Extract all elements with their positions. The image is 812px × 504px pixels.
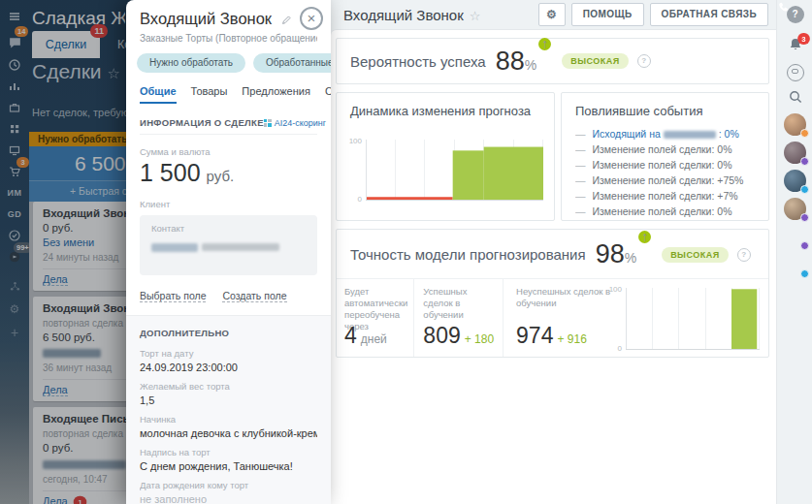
model-stat: Будет автоматически переобучена через 4д… [337,278,413,357]
briefcase-icon[interactable] [0,97,29,118]
settings-gear-icon[interactable]: ⚙ [0,299,29,320]
ai-scoring-link[interactable]: AI24-скоринг [264,118,326,128]
deal-title: Входящий Звонок [140,10,317,28]
tab-deals[interactable]: Сделки 11 [32,31,100,58]
page-title: Сделки☆ [32,60,120,83]
extra-section-heading: ДОПОЛНИТЕЛЬНО [140,328,317,338]
model-stat-value: 4 [344,323,357,348]
deal-card-activities-link[interactable]: Дела [43,384,68,396]
event-row: —Изменение полей сделки: +7% [575,188,757,204]
dash-icon: — [575,143,586,155]
search-button[interactable] [777,89,812,105]
info-section-heading: ИНФОРМАЦИЯ О СДЕЛКЕ [140,117,264,128]
apps-grid-icon[interactable] [0,118,29,140]
openlines-chat-icon[interactable]: 14 [0,31,29,52]
deal-info-section: ИНФОРМАЦИЯ О СДЕЛКЕ AI24-скоринг Сумма и… [126,104,331,301]
custom-field-label: Желаемый вес торта [140,381,317,392]
deal-card-activities-link[interactable]: Дела [43,273,68,286]
contact-label: Контакт [151,223,306,234]
model-stat-value: 809 [423,323,460,348]
help-button[interactable]: ПОМОЩЬ [571,3,644,26]
events-title: Повлиявшие события [562,93,768,118]
deal-tab[interactable]: Товары [191,85,228,104]
stage-pill[interactable]: Нужно обработать [137,53,245,73]
status-dot [800,241,809,250]
stage-pill[interactable]: Обработанные [253,53,331,73]
tasks-clock-icon[interactable] [0,54,29,76]
shop-cart-icon[interactable]: 3 [0,161,29,182]
settings-gear-button[interactable]: ⚙ [538,3,566,26]
add-plus-icon[interactable]: + [0,322,29,343]
redacted-client-name [43,460,126,469]
favorite-star-icon[interactable]: ☆ [108,65,120,81]
avatar[interactable] [784,142,806,164]
event-text[interactable]: Исходящий на: 0% [593,128,739,140]
avatar[interactable] [784,170,806,192]
help-icon[interactable]: ? [637,54,651,68]
crm-chart-icon[interactable] [0,76,29,97]
dash-icon: — [575,205,586,217]
custom-field-label: Надпись на торт [140,447,317,457]
dash-icon: — [575,174,586,186]
deal-tab[interactable]: Общие [140,85,177,104]
avatar[interactable] [784,254,806,276]
event-text[interactable]: Изменение полей сделки: 0% [593,143,732,155]
create-field-link[interactable]: Создать поле [222,290,286,302]
model-stat-label: Будет автоматически переобучена через [344,286,407,323]
feedback-button[interactable]: ОБРАТНАЯ СВЯЗЬ [650,3,768,26]
redacted-contact-phone [202,243,279,251]
ai-scoring-view: Входящий Звонок☆ ⚙ ПОМОЩЬ ОБРАТНАЯ СВЯЗЬ… [331,0,776,504]
gd-shortcut[interactable]: GD [0,204,29,225]
deal-tab[interactable]: Предложения [242,85,310,104]
client-field-label: Клиент [140,199,317,209]
custom-field[interactable]: Дата рождения кому торт не заполнено [140,480,317,504]
network-icon[interactable] [0,275,29,297]
im-shortcut[interactable]: ИМ [0,182,29,204]
dash-icon: — [575,190,586,202]
event-text[interactable]: Изменение полей сделки: 0% [593,205,732,217]
event-text[interactable]: Изменение полей сделки: +7% [593,190,738,202]
avatar[interactable] [784,198,806,220]
avatar[interactable] [784,226,806,248]
cart-counter-badge: 3 [16,157,29,168]
model-accuracy-card: Точность модели прогнозирования 98% ↑ ВЫ… [336,229,769,358]
bitrix-crm-screen: 14 3 ИМ GD 99+ ⚙ + Сладкая Жизнь [0,0,812,504]
close-icon[interactable]: × [300,7,323,30]
deal-extra-section: ДОПОЛНИТЕЛЬНО Торт на дату 24.09.2019 23… [126,315,331,504]
model-stat-delta: + 180 [465,332,494,346]
contact-card[interactable]: Контакт [140,215,317,275]
status-dot [800,269,809,278]
custom-field-value: не заполнено [140,493,317,504]
select-field-link[interactable]: Выбрать поле [140,290,206,302]
left-app-rail: 14 3 ИМ GD 99+ ⚙ + [0,0,29,504]
custom-field[interactable]: Торт на дату 24.09.2019 23:00:00 [140,348,317,374]
custom-field[interactable]: Начинка молочная девочка с клубникой-кре… [140,414,317,440]
avatar[interactable] [784,113,806,136]
status-dot [800,213,809,222]
updates-disc-icon[interactable]: 99+ [0,246,29,268]
right-toolbar: ? 3 [776,0,812,504]
deal-tab[interactable]: Счета [325,85,331,104]
deal-card-activities-link[interactable]: Дела [43,495,68,504]
edit-pencil-icon[interactable] [281,15,292,25]
favorite-star-icon[interactable]: ☆ [470,9,481,23]
trend-up-icon: ↑ [638,231,651,243]
custom-field-label: Торт на дату [140,348,317,359]
custom-field-value: молочная девочка с клубникой-крем печать… [140,427,317,440]
custom-field[interactable]: Желаемый вес торта 1,5 [140,381,317,407]
global-help-button[interactable]: ? [777,6,812,23]
custom-field-label: Дата рождения кому торт [140,480,317,490]
pipeline-selector[interactable]: Заказные Торты (Повторное обращение) ˅ [140,33,317,44]
model-stat-delta: + 916 [557,332,586,346]
chat-counter-badge: 14 [15,26,28,37]
support-chat-button[interactable] [777,64,812,81]
event-text[interactable]: Изменение полей сделки: 0% [593,159,732,171]
amount-field-value[interactable]: 1 500руб. [140,159,317,187]
event-row: —Изменение полей сделки: 0% [575,142,757,157]
menu-icon[interactable] [0,6,29,27]
notifications-button[interactable]: 3 [777,37,812,52]
custom-field[interactable]: Надпись на торт С днем рождения, Танюшеч… [140,447,317,473]
event-text[interactable]: Изменение полей сделки: +75% [593,174,744,186]
help-icon[interactable]: ? [737,248,751,262]
model-accuracy-chart: 100 0 [626,288,760,350]
